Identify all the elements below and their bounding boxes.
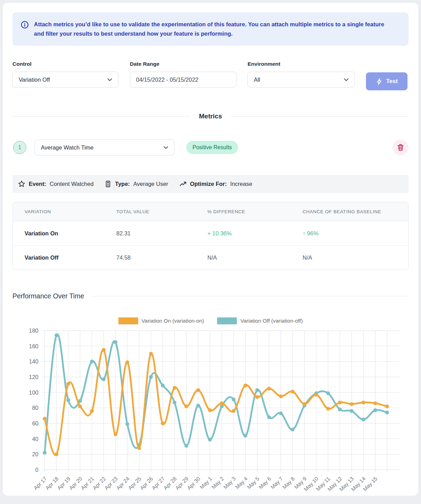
filters-row: Control Variation Off Date Range Environ… xyxy=(12,61,409,90)
trend-up-icon xyxy=(179,181,187,187)
chevron-down-icon xyxy=(107,78,112,81)
svg-text:60: 60 xyxy=(32,420,38,426)
banner-message: Attach metrics you’d like to use to vali… xyxy=(34,20,391,38)
svg-text:Apr 29: Apr 29 xyxy=(174,476,189,491)
svg-text:May 8: May 8 xyxy=(281,476,296,490)
svg-text:May 4: May 4 xyxy=(234,476,249,490)
status-badge: Positive Results xyxy=(186,141,238,154)
metric-summary-bar: Event: Content Watched Type: Average Use… xyxy=(12,175,409,193)
svg-text:May 3: May 3 xyxy=(222,476,237,490)
svg-text:80: 80 xyxy=(32,405,38,411)
metric-select[interactable]: Average Watch Time xyxy=(35,140,174,155)
environment-label: Environment xyxy=(248,61,355,67)
table-header-row: VARIATION TOTAL VALUE % DIFFERENCE CHANC… xyxy=(13,202,408,221)
col-variation: VARIATION xyxy=(25,209,116,214)
svg-text:Apr 19: Apr 19 xyxy=(56,476,71,491)
metric-row: 1 Average Watch Time Positive Results xyxy=(12,140,409,155)
performance-chart: 020406080100120140160180Apr 17Apr 18Apr … xyxy=(12,327,409,496)
metric-select-value: Average Watch Time xyxy=(41,144,93,151)
results-table: VARIATION TOTAL VALUE % DIFFERENCE CHANC… xyxy=(12,202,409,270)
info-icon xyxy=(21,21,29,29)
legend-swatch-variation-on xyxy=(118,317,138,324)
legend-item-variation-on[interactable]: Variation On (variation-on) xyxy=(118,317,204,324)
test-button-label: Test xyxy=(386,78,398,85)
lightning-icon xyxy=(376,78,383,85)
svg-text:120: 120 xyxy=(29,374,38,380)
svg-text:Apr 25: Apr 25 xyxy=(127,476,142,491)
svg-text:180: 180 xyxy=(29,327,38,334)
svg-text:May 6: May 6 xyxy=(258,476,272,490)
svg-text:Apr 23: Apr 23 xyxy=(103,476,118,491)
chart-legend: Variation On (variation-on) Variation Of… xyxy=(12,317,409,324)
svg-text:160: 160 xyxy=(29,343,38,349)
col-chance: CHANCE OF BEATING BASELINE xyxy=(303,209,408,214)
svg-text:Apr 24: Apr 24 xyxy=(115,476,131,491)
delete-metric-button[interactable] xyxy=(393,140,409,155)
svg-text:40: 40 xyxy=(32,436,38,442)
environment-select[interactable]: All xyxy=(248,72,355,88)
performance-title: Performance Over Time xyxy=(12,292,84,300)
svg-text:Apr 20: Apr 20 xyxy=(68,476,83,491)
table-row: Variation On 82.31 + 10.36% ↑ 96% xyxy=(13,221,408,245)
col-total-value: TOTAL VALUE xyxy=(116,209,207,214)
table-row: Variation Off 74.58 N/A N/A xyxy=(13,245,408,270)
date-range-label: Date Range xyxy=(130,61,236,67)
metrics-divider: Metrics xyxy=(12,112,409,120)
svg-text:Apr 18: Apr 18 xyxy=(44,476,60,491)
date-range-input[interactable] xyxy=(130,72,236,88)
calculator-icon xyxy=(105,180,111,188)
svg-text:May 5: May 5 xyxy=(246,476,260,490)
svg-text:Apr 21: Apr 21 xyxy=(80,476,95,491)
svg-text:May 7: May 7 xyxy=(269,476,284,490)
control-select-value: Variation Off xyxy=(19,76,50,83)
test-button[interactable]: Test xyxy=(366,72,407,90)
col-difference: % DIFFERENCE xyxy=(207,209,303,214)
trash-icon xyxy=(397,144,404,151)
type-detail: Type: Average User xyxy=(105,180,168,188)
svg-text:20: 20 xyxy=(32,451,38,457)
performance-section-header: Performance Over Time xyxy=(12,292,409,300)
star-icon xyxy=(18,180,25,188)
environment-select-value: All xyxy=(254,76,260,83)
chevron-down-icon xyxy=(344,78,349,81)
svg-text:Apr 28: Apr 28 xyxy=(162,476,178,491)
event-detail: Event: Content Watched xyxy=(18,180,93,188)
svg-text:0: 0 xyxy=(35,467,38,473)
control-label: Control xyxy=(12,61,118,67)
svg-text:Apr 27: Apr 27 xyxy=(151,476,166,491)
svg-text:May 2: May 2 xyxy=(210,476,225,490)
svg-text:100: 100 xyxy=(29,389,38,396)
optimize-detail: Optimize For: Increase xyxy=(179,181,252,187)
svg-text:140: 140 xyxy=(29,358,38,364)
svg-text:Apr 17: Apr 17 xyxy=(33,476,48,491)
legend-swatch-variation-off xyxy=(217,317,237,324)
control-select[interactable]: Variation Off xyxy=(12,72,118,88)
svg-text:Apr 26: Apr 26 xyxy=(139,476,154,491)
metric-index-badge: 1 xyxy=(13,141,26,154)
svg-text:Apr 22: Apr 22 xyxy=(91,476,107,491)
svg-text:Apr 30: Apr 30 xyxy=(186,476,201,491)
svg-text:May 1: May 1 xyxy=(199,476,213,490)
feature-metrics-panel: Attach metrics you’d like to use to vali… xyxy=(3,3,418,496)
info-banner: Attach metrics you’d like to use to vali… xyxy=(12,12,409,46)
metrics-section-title: Metrics xyxy=(199,112,222,120)
chevron-down-icon xyxy=(163,146,168,149)
legend-item-variation-off[interactable]: Variation Off (variation-off) xyxy=(217,317,303,324)
